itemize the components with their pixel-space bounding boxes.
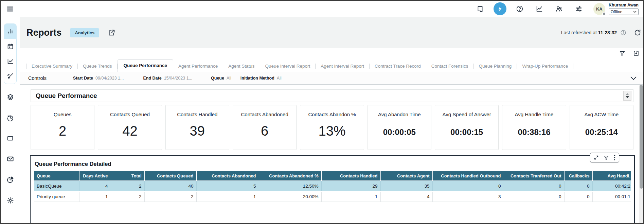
sidebar-item-history[interactable] <box>6 114 14 122</box>
avatar[interactable]: KA <box>593 3 605 15</box>
table-row-basicqueue[interactable]: BasicQueue 4 2 40 5 12.50% 29 35 0 0 0 <box>34 181 631 191</box>
sidebar-item-dashboards[interactable] <box>4 24 16 39</box>
window-icon <box>6 135 14 142</box>
tab-queue-performance[interactable]: Queue Performance <box>118 59 173 72</box>
tab-queue-trends[interactable]: Queue Trends <box>78 61 117 72</box>
filter-label: Start Date <box>73 76 93 81</box>
column-header[interactable]: Contacts Handled <box>321 171 380 181</box>
table-cell: 00:01:1 <box>592 191 631 202</box>
metrics-icon[interactable] <box>530 5 549 13</box>
tab-agent-performance[interactable]: Agent Performance <box>173 61 223 72</box>
table-cell: 1 <box>196 191 259 202</box>
table-cell: 00:42:2 <box>592 181 631 191</box>
table-title: Queue Performance Detailed <box>35 161 634 167</box>
column-header[interactable]: Total <box>111 171 144 181</box>
column-header[interactable]: Avg Handl. <box>592 171 631 181</box>
dashboard-tools <box>619 50 639 56</box>
status-select[interactable]: Offline <box>609 8 639 15</box>
column-header[interactable]: Contacts Abandoned <box>196 171 259 181</box>
column-header[interactable]: Contacts Handled Outbound <box>432 171 504 181</box>
sidebar-item-pie-reports[interactable] <box>6 176 14 184</box>
refresh-status: Last refreshed at 11:28:32 <box>561 29 643 36</box>
app-window: KA Khurram Awan Offline <box>0 0 644 224</box>
filter-end-date[interactable]: End Date 15/04/2023 1... <box>143 76 192 81</box>
kpi-value: 39 <box>190 123 205 139</box>
lightning-active-circle <box>494 2 506 15</box>
sidebar-item-window[interactable] <box>6 135 14 142</box>
main-content: Reports Analytics Last refreshed at 11:2… <box>20 17 643 223</box>
filter-initiation-method[interactable]: Initiation Method All <box>240 76 282 81</box>
tab-agent-interval-report[interactable]: Agent Interval Report <box>316 61 369 72</box>
kebab-menu-icon[interactable] <box>614 155 615 160</box>
tab-wrap-up-performance[interactable]: Wrap-Up Performance <box>517 61 573 72</box>
section-spinner[interactable] <box>623 91 631 101</box>
pie-chart-icon <box>6 176 14 184</box>
lightning-icon[interactable] <box>490 2 510 15</box>
table-cell: 2 <box>111 181 144 191</box>
filter-start-date[interactable]: Start Date 09/04/2023 1... <box>73 76 124 81</box>
external-link-icon[interactable] <box>108 29 115 36</box>
tab-queue-interval-report[interactable]: Queue Interval Report <box>260 61 316 72</box>
column-header[interactable]: Contacts Tranferred Out <box>504 171 564 181</box>
spinner-up-icon <box>626 93 629 95</box>
controls-collapse-chevron-icon[interactable] <box>630 76 637 80</box>
sidebar-item-layers[interactable] <box>6 93 14 101</box>
kpi-card-row: Queues 2 Contacts Queued 42 Contacts Han… <box>31 105 633 150</box>
vertical-scrollbar[interactable] <box>639 85 643 223</box>
table-cell: 20.00% <box>259 191 321 202</box>
kpi-label: Contacts Abandoned <box>241 111 288 117</box>
analytics-badge: Analytics <box>70 28 99 37</box>
form-icon[interactable] <box>470 5 490 13</box>
column-header[interactable]: Contacts Agent <box>380 171 432 181</box>
hamburger-menu-icon[interactable] <box>6 5 14 13</box>
table-container: Queue Days Active Total Contacts Queued … <box>34 171 631 202</box>
sliders-icon[interactable] <box>569 5 589 13</box>
sidebar-item-trends[interactable] <box>4 54 16 69</box>
table-row-priority-queue[interactable]: Priority queue 1 2 2 1 20.00% 1 4 3 0 0 <box>34 191 631 202</box>
sidebar-item-mail[interactable] <box>6 155 14 163</box>
kpi-value: 42 <box>122 123 138 139</box>
widget-toolbar <box>590 153 619 162</box>
help-icon[interactable] <box>510 5 530 13</box>
tab-queue-planning[interactable]: Queue Planning <box>474 61 517 72</box>
chevron-down-icon <box>633 11 637 13</box>
info-icon[interactable] <box>620 30 626 36</box>
table-cell: Priority queue <box>34 191 79 202</box>
table-cell: 12.50% <box>259 181 321 191</box>
refresh-icon[interactable] <box>634 29 641 36</box>
layers-icon <box>6 93 14 101</box>
tab-executive-summary[interactable]: Executive Summary <box>26 61 77 72</box>
users-icon[interactable] <box>549 5 569 13</box>
column-header[interactable]: Contacts Abandoned % <box>259 171 321 181</box>
column-header[interactable]: Callbacks <box>564 171 592 181</box>
table-cell: 35 <box>380 181 432 191</box>
history-icon <box>6 114 14 122</box>
status-dot <box>602 12 606 16</box>
page-title: Reports <box>26 28 61 38</box>
expand-icon[interactable] <box>594 155 599 160</box>
sidebar-item-designer[interactable] <box>4 69 16 84</box>
tab-agent-status[interactable]: Agent Status <box>223 61 260 72</box>
sidebar-item-settings[interactable] <box>6 196 14 204</box>
table-cell: 3 <box>432 191 504 202</box>
dashboard-area: Queue Performance Queues 2 Contacts Queu… <box>20 85 639 223</box>
sidebar-item-calendar[interactable] <box>4 39 16 54</box>
section-title: Queue Performance <box>36 92 97 100</box>
column-header[interactable]: Queue <box>34 171 79 181</box>
export-icon[interactable] <box>633 50 639 56</box>
column-header[interactable]: Contacts Queued <box>144 171 196 181</box>
tab-contract-trace-record[interactable]: Contract Trace Record <box>370 61 426 72</box>
widget-filter-icon[interactable] <box>604 155 609 160</box>
kpi-value: 13% <box>318 123 345 139</box>
column-header[interactable]: Days Active <box>79 171 111 181</box>
filter-queue[interactable]: Queue All <box>211 76 231 81</box>
tab-contact-forensics[interactable]: Contact Forensics <box>426 61 473 72</box>
kpi-card-avg-acw-time: Avg ACW Time 00:25:14 <box>570 105 633 150</box>
filter-icon[interactable] <box>619 50 625 56</box>
spinner-down-icon <box>626 96 629 98</box>
kpi-card-avg-handle-time: Avg Handle Time 00:38:16 <box>502 105 566 150</box>
kpi-value: 00:00:05 <box>383 127 416 137</box>
kpi-label: Contacts Handled <box>177 111 217 117</box>
table-cell: 0 <box>504 191 564 202</box>
scrollbar-thumb[interactable] <box>640 85 643 189</box>
